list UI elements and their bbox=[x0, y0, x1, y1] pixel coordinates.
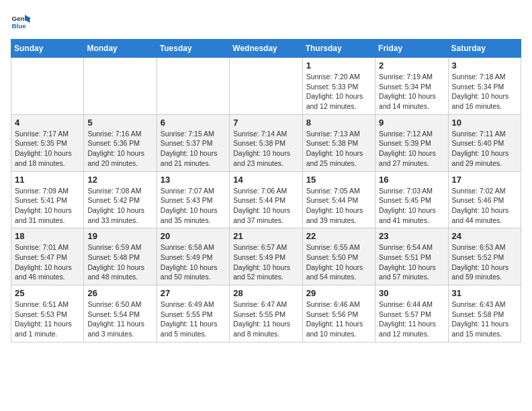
day-info: Sunrise: 7:13 AMSunset: 5:38 PMDaylight:… bbox=[306, 129, 371, 169]
day-number: 26 bbox=[87, 288, 152, 298]
day-info: Sunrise: 6:57 AMSunset: 5:49 PMDaylight:… bbox=[233, 242, 298, 282]
day-number: 7 bbox=[233, 118, 298, 128]
day-number: 15 bbox=[306, 175, 371, 185]
day-info: Sunrise: 7:08 AMSunset: 5:42 PMDaylight:… bbox=[87, 186, 152, 226]
calendar-cell: 12Sunrise: 7:08 AMSunset: 5:42 PMDayligh… bbox=[84, 171, 157, 228]
day-info: Sunrise: 7:20 AMSunset: 5:33 PMDaylight:… bbox=[306, 72, 371, 111]
day-info: Sunrise: 6:55 AMSunset: 5:50 PMDaylight:… bbox=[306, 242, 371, 282]
day-info: Sunrise: 7:14 AMSunset: 5:38 PMDaylight:… bbox=[233, 129, 298, 169]
day-number: 3 bbox=[452, 60, 517, 71]
calendar-cell: 3Sunrise: 7:18 AMSunset: 5:34 PMDaylight… bbox=[448, 58, 521, 115]
day-info: Sunrise: 6:58 AMSunset: 5:49 PMDaylight:… bbox=[161, 242, 226, 282]
weekday-header-tuesday: Tuesday bbox=[157, 40, 229, 58]
day-info: Sunrise: 6:44 AMSunset: 5:57 PMDaylight:… bbox=[379, 300, 444, 339]
calendar-cell: 5Sunrise: 7:16 AMSunset: 5:36 PMDaylight… bbox=[84, 114, 157, 171]
day-info: Sunrise: 7:16 AMSunset: 5:36 PMDaylight:… bbox=[87, 129, 152, 169]
day-number: 16 bbox=[379, 175, 444, 185]
day-info: Sunrise: 7:17 AMSunset: 5:35 PMDaylight:… bbox=[15, 129, 80, 169]
weekday-header-saturday: Saturday bbox=[448, 40, 521, 58]
calendar-cell: 10Sunrise: 7:11 AMSunset: 5:40 PMDayligh… bbox=[448, 114, 521, 171]
day-number: 20 bbox=[161, 231, 226, 241]
day-number: 31 bbox=[452, 288, 517, 298]
calendar-cell bbox=[230, 58, 302, 115]
day-info: Sunrise: 7:03 AMSunset: 5:45 PMDaylight:… bbox=[379, 186, 444, 226]
day-number: 27 bbox=[161, 288, 226, 298]
weekday-header-monday: Monday bbox=[84, 40, 157, 58]
calendar-cell: 11Sunrise: 7:09 AMSunset: 5:41 PMDayligh… bbox=[11, 171, 84, 228]
day-number: 22 bbox=[306, 231, 371, 241]
calendar-cell: 28Sunrise: 6:47 AMSunset: 5:55 PMDayligh… bbox=[230, 285, 302, 342]
day-info: Sunrise: 7:11 AMSunset: 5:40 PMDaylight:… bbox=[452, 129, 517, 169]
logo-icon: General Blue bbox=[11, 11, 31, 31]
day-number: 25 bbox=[15, 288, 80, 298]
day-number: 23 bbox=[379, 231, 444, 241]
page-header: General Blue bbox=[11, 11, 521, 31]
week-row-1: 1Sunrise: 7:20 AMSunset: 5:33 PMDaylight… bbox=[11, 58, 521, 115]
day-info: Sunrise: 6:51 AMSunset: 5:53 PMDaylight:… bbox=[15, 300, 80, 339]
calendar-cell: 31Sunrise: 6:43 AMSunset: 5:58 PMDayligh… bbox=[448, 285, 521, 342]
calendar-cell: 22Sunrise: 6:55 AMSunset: 5:50 PMDayligh… bbox=[302, 228, 375, 285]
weekday-header-wednesday: Wednesday bbox=[230, 40, 302, 58]
day-number: 10 bbox=[452, 118, 517, 128]
day-number: 11 bbox=[15, 175, 80, 185]
week-row-2: 4Sunrise: 7:17 AMSunset: 5:35 PMDaylight… bbox=[11, 114, 521, 171]
calendar-cell: 26Sunrise: 6:50 AMSunset: 5:54 PMDayligh… bbox=[84, 285, 157, 342]
svg-text:Blue: Blue bbox=[12, 22, 27, 30]
day-number: 28 bbox=[233, 288, 298, 298]
day-info: Sunrise: 6:46 AMSunset: 5:56 PMDaylight:… bbox=[306, 300, 371, 339]
calendar-cell: 18Sunrise: 7:01 AMSunset: 5:47 PMDayligh… bbox=[11, 228, 84, 285]
calendar-cell: 29Sunrise: 6:46 AMSunset: 5:56 PMDayligh… bbox=[302, 285, 375, 342]
calendar-cell: 24Sunrise: 6:53 AMSunset: 5:52 PMDayligh… bbox=[448, 228, 521, 285]
calendar-header: SundayMondayTuesdayWednesdayThursdayFrid… bbox=[11, 40, 521, 58]
day-number: 2 bbox=[379, 60, 444, 71]
day-number: 8 bbox=[306, 118, 371, 128]
day-info: Sunrise: 6:49 AMSunset: 5:55 PMDaylight:… bbox=[161, 300, 226, 339]
weekday-header-sunday: Sunday bbox=[11, 40, 84, 58]
calendar-cell: 13Sunrise: 7:07 AMSunset: 5:43 PMDayligh… bbox=[157, 171, 229, 228]
calendar-cell: 4Sunrise: 7:17 AMSunset: 5:35 PMDaylight… bbox=[11, 114, 84, 171]
day-number: 13 bbox=[161, 175, 226, 185]
calendar-table: SundayMondayTuesdayWednesdayThursdayFrid… bbox=[11, 39, 521, 342]
week-row-3: 11Sunrise: 7:09 AMSunset: 5:41 PMDayligh… bbox=[11, 171, 521, 228]
day-info: Sunrise: 7:05 AMSunset: 5:44 PMDaylight:… bbox=[306, 186, 371, 226]
calendar-cell: 23Sunrise: 6:54 AMSunset: 5:51 PMDayligh… bbox=[375, 228, 448, 285]
week-row-4: 18Sunrise: 7:01 AMSunset: 5:47 PMDayligh… bbox=[11, 228, 521, 285]
day-number: 5 bbox=[87, 118, 152, 128]
day-number: 19 bbox=[87, 231, 152, 241]
day-number: 21 bbox=[233, 231, 298, 241]
day-number: 29 bbox=[306, 288, 371, 298]
calendar-cell: 19Sunrise: 6:59 AMSunset: 5:48 PMDayligh… bbox=[84, 228, 157, 285]
day-info: Sunrise: 7:02 AMSunset: 5:46 PMDaylight:… bbox=[452, 186, 517, 226]
day-info: Sunrise: 6:50 AMSunset: 5:54 PMDaylight:… bbox=[87, 300, 152, 339]
calendar-cell: 16Sunrise: 7:03 AMSunset: 5:45 PMDayligh… bbox=[375, 171, 448, 228]
calendar-cell bbox=[84, 58, 157, 115]
day-info: Sunrise: 7:15 AMSunset: 5:37 PMDaylight:… bbox=[161, 129, 226, 169]
calendar-cell: 15Sunrise: 7:05 AMSunset: 5:44 PMDayligh… bbox=[302, 171, 375, 228]
calendar-cell: 8Sunrise: 7:13 AMSunset: 5:38 PMDaylight… bbox=[302, 114, 375, 171]
calendar-cell: 9Sunrise: 7:12 AMSunset: 5:39 PMDaylight… bbox=[375, 114, 448, 171]
day-info: Sunrise: 7:19 AMSunset: 5:34 PMDaylight:… bbox=[379, 72, 444, 111]
day-info: Sunrise: 7:06 AMSunset: 5:44 PMDaylight:… bbox=[233, 186, 298, 226]
day-info: Sunrise: 6:59 AMSunset: 5:48 PMDaylight:… bbox=[87, 242, 152, 282]
calendar-cell: 20Sunrise: 6:58 AMSunset: 5:49 PMDayligh… bbox=[157, 228, 229, 285]
calendar-cell: 14Sunrise: 7:06 AMSunset: 5:44 PMDayligh… bbox=[230, 171, 302, 228]
calendar-cell: 17Sunrise: 7:02 AMSunset: 5:46 PMDayligh… bbox=[448, 171, 521, 228]
day-number: 24 bbox=[452, 231, 517, 241]
day-info: Sunrise: 6:43 AMSunset: 5:58 PMDaylight:… bbox=[452, 300, 517, 339]
day-info: Sunrise: 6:53 AMSunset: 5:52 PMDaylight:… bbox=[452, 242, 517, 282]
day-number: 1 bbox=[306, 60, 371, 71]
calendar-cell: 1Sunrise: 7:20 AMSunset: 5:33 PMDaylight… bbox=[302, 58, 375, 115]
day-number: 14 bbox=[233, 175, 298, 185]
day-number: 9 bbox=[379, 118, 444, 128]
calendar-cell: 27Sunrise: 6:49 AMSunset: 5:55 PMDayligh… bbox=[157, 285, 229, 342]
day-number: 6 bbox=[161, 118, 226, 128]
day-number: 4 bbox=[15, 118, 80, 128]
day-info: Sunrise: 7:07 AMSunset: 5:43 PMDaylight:… bbox=[161, 186, 226, 226]
calendar-cell bbox=[11, 58, 84, 115]
day-info: Sunrise: 7:18 AMSunset: 5:34 PMDaylight:… bbox=[452, 72, 517, 111]
calendar-body: 1Sunrise: 7:20 AMSunset: 5:33 PMDaylight… bbox=[11, 58, 521, 342]
day-number: 17 bbox=[452, 175, 517, 185]
weekday-row: SundayMondayTuesdayWednesdayThursdayFrid… bbox=[11, 40, 521, 58]
calendar-cell: 2Sunrise: 7:19 AMSunset: 5:34 PMDaylight… bbox=[375, 58, 448, 115]
calendar-cell: 7Sunrise: 7:14 AMSunset: 5:38 PMDaylight… bbox=[230, 114, 302, 171]
